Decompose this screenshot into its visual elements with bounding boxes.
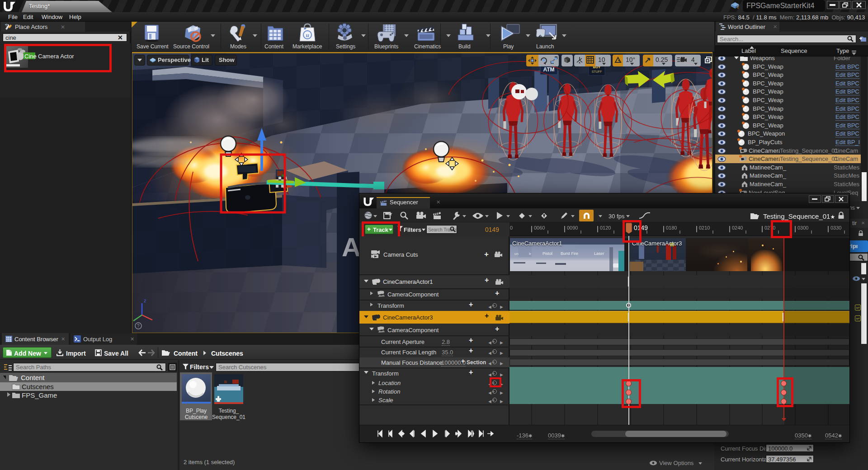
svg-text:STUFF: STUFF xyxy=(592,70,602,73)
svg-text:z: z xyxy=(144,298,146,303)
svg-text:u: u xyxy=(306,32,309,38)
svg-text:?: ? xyxy=(137,324,140,329)
svg-text:A: A xyxy=(342,232,361,262)
svg-text:ATM: ATM xyxy=(543,66,554,73)
